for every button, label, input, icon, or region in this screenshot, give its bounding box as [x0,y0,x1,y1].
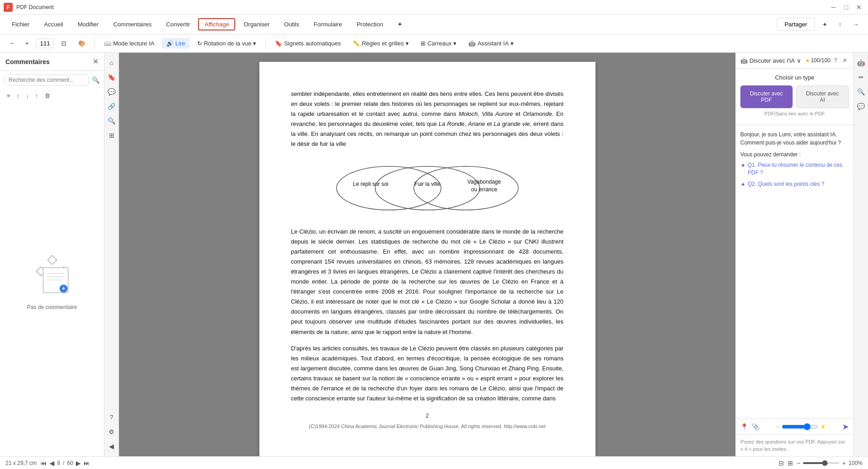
right-rail-button-2[interactable]: ✏ [855,71,868,84]
right-rail-button-4[interactable]: 💬 [855,100,868,113]
left-panel-bookmark[interactable]: 🔖 [105,71,118,84]
comments-close-button[interactable]: ✕ [93,57,99,66]
comments-sort-button[interactable]: ↕ [15,91,22,100]
nav-last-button[interactable]: ⏭ [84,459,90,467]
pdf-text-2: Le Clézio, un écrivain de renom, a susci… [291,227,564,404]
page-navigation: ⏮ ◀ 8 / 60 ▶ ⏭ [40,459,90,467]
ai-title-text: Discuter avec l'IA [749,57,795,64]
ai-bottom-bar: 📍 📎 ··· ⚡ ➤ [736,419,853,434]
pdf-area[interactable]: sembler indépendante, elles entretiennen… [119,53,735,456]
ai-chat-btn-line1: Discuter avec [806,90,839,97]
page-total: 60 [67,460,73,466]
ai-location-button[interactable]: 📍 [740,423,748,430]
ai-attach-button[interactable]: 📎 [752,423,759,430]
menu-icon-1[interactable]: ✦ [818,19,831,30]
menu-sparkle: ✦ [391,18,409,30]
menu-fichier[interactable]: Fichier [5,18,36,30]
ai-input-note: Posez des questions sur vos PDF. Appuyez… [740,439,849,453]
fit-button[interactable]: ⊡ [57,38,71,49]
zoom-out-status-button[interactable]: − [797,459,800,467]
view-double-button[interactable]: ⊞ [788,459,793,467]
ai-close-button[interactable]: ✕ [841,56,849,65]
page-dimensions: 21 x 29,7 cm [5,460,37,466]
menu-icon-3[interactable]: → [849,19,863,30]
read-mode-button[interactable]: 📖 Mode lecture IA [99,38,159,49]
svg-point-9 [337,166,441,210]
menu-icon-2[interactable]: ↑ [835,19,845,30]
zoom-in-status-button[interactable]: + [842,459,846,467]
share-button[interactable]: Partager [777,18,815,31]
left-panel-layers[interactable]: ⊞ [105,129,118,142]
lire-button[interactable]: 🔊 Lire [162,38,190,49]
zoom-control[interactable]: 111 [36,39,54,48]
venn-svg: Le repli sur soi Fuir la ville Vagabonda… [325,159,530,218]
menu-outils[interactable]: Outils [278,18,306,30]
comments-down-button[interactable]: ↑ [33,91,41,100]
ai-help-button[interactable]: ? [832,56,839,65]
ai-send-button[interactable]: ➤ [842,422,849,432]
left-panel-settings[interactable]: ⚙ [105,425,118,438]
pdf-page: sembler indépendante, elles entretiennen… [259,62,595,456]
nav-next-button[interactable]: ▶ [76,459,81,467]
signets-label: Signets automatiques [284,40,341,47]
carreaux-label: Carreaux [427,40,451,47]
left-panel-link[interactable]: 🔗 [105,100,118,113]
ai-chat-button[interactable]: Discuter avec AI [796,85,849,108]
comments-toolbar: ≡ ↕ ↓ ↑ 🗑 [0,89,104,102]
comments-search-button[interactable]: 🔍 [92,76,99,84]
pdf-copyright: (C)1994-2024 China Academic Journal Elec… [291,424,564,429]
nav-first-button[interactable]: ⏮ [40,459,47,467]
left-panel-help[interactable]: ? [105,411,118,424]
minimize-button[interactable]: ─ [828,2,839,13]
zoom-out-button[interactable]: − [5,38,18,49]
right-rail-button-3[interactable]: 🔍 [855,85,868,98]
regles-button[interactable]: 📏 Règles et grilles ▾ [348,38,413,49]
ai-question-1[interactable]: ✦ Q1. Peux-tu résumer le contenu de ces … [740,161,849,177]
ai-quality-slider[interactable] [782,423,818,430]
close-button[interactable]: ✕ [853,2,864,13]
ai-slider-min: ··· [775,424,779,429]
menu-affichage[interactable]: Affichage [198,18,235,30]
left-panel-search[interactable]: 🔍 [105,115,118,127]
ai-pdf-note: PDF/Sans lien avec le PDF [740,108,849,119]
left-panel-collapse[interactable]: ◀ [105,440,118,453]
comments-search-input[interactable] [5,75,89,85]
assistant-label: Assistant IA [477,40,509,47]
comments-list-button[interactable]: ≡ [5,91,13,100]
ai-question-2[interactable]: ✦ Q2. Quels sont les points clés ? [740,180,849,188]
menu-organiser[interactable]: Organiser [237,18,276,30]
window-title: PDF Document [16,4,828,10]
left-panel-home[interactable]: ⌂ [105,56,118,69]
menu-right: Partager ✦ ↑ → [777,18,863,31]
assistant-button[interactable]: 🤖 Assistant IA ▾ [464,38,518,49]
maximize-button[interactable]: □ [841,2,852,13]
comments-delete-button[interactable]: 🗑 [42,91,53,100]
rotation-button[interactable]: ↻ Rotation de la vue ▾ [193,38,261,49]
comments-up-button[interactable]: ↓ [24,91,31,100]
ai-pdf-button[interactable]: Discuter avec PDF [740,85,793,108]
menu-commentaires[interactable]: Commentaires [107,18,158,30]
right-rail-button-1[interactable]: 🤖 [855,56,868,69]
pdf-paragraph-2: Le Clézio, un écrivain de renom, a susci… [291,227,564,337]
nav-prev-button[interactable]: ◀ [50,459,55,467]
menu-accueil[interactable]: Accueil [38,18,69,30]
ai-type-label: Choisir un type [740,74,849,81]
zoom-slider-thumb[interactable] [822,460,828,466]
ai-panel-header: 🤖 Discuter avec l'IA ∨ ★ 100/100 ? ✕ [736,53,853,69]
main-layout: Commentaires ✕ 🔍 ≡ ↕ ↓ ↑ 🗑 [0,53,868,456]
pdf-page-number: 2 [291,413,564,419]
status-right: ⊟ ⊞ − + 100% [779,459,863,467]
color-button[interactable]: 🎨 [74,38,90,49]
zoom-in-button[interactable]: + [21,38,34,49]
signets-button[interactable]: 🔖 Signets automatiques [270,38,345,49]
menu-modifier[interactable]: Modifier [71,18,105,30]
svg-point-11 [414,166,518,210]
view-single-button[interactable]: ⊟ [779,459,784,467]
menu-bar: Fichier Accueil Modifier Commentaires Co… [0,15,868,35]
menu-convertir[interactable]: Convertir [160,18,197,30]
left-panel-comment[interactable]: 💬 [105,85,118,98]
menu-protection[interactable]: Protection [350,18,390,30]
menu-formulaire[interactable]: Formulaire [308,18,348,30]
right-rail: 🤖 ✏ 🔍 💬 [853,53,868,456]
carreaux-button[interactable]: ⊞ Carreaux ▾ [416,38,461,49]
